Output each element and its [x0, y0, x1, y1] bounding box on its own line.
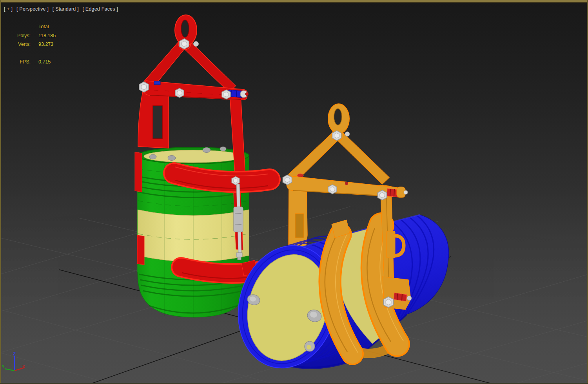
red-lifter-leg-window	[153, 106, 162, 139]
stats-fps-value: 0,715	[38, 59, 51, 65]
stats-total-header: Total	[38, 24, 49, 29]
statistics-overlay: Total Polys: 118.185 Verts: 93.273 FPS: …	[8, 0, 74, 78]
stats-fps-label: FPS:	[8, 59, 31, 65]
stats-polys-label: Polys:	[8, 33, 31, 38]
axis-y-label: Y	[2, 364, 5, 370]
viewport-3d-canvas[interactable]: Z X Y	[0, 0, 588, 384]
stats-verts-label: Verts:	[8, 42, 31, 47]
viewport-style-menu[interactable]: [ Edged Faces ]	[83, 6, 118, 12]
max-viewport[interactable]: Z X Y [ + ] [ Perspective ] [ Standard ]…	[0, 0, 588, 384]
axis-x-label: X	[22, 364, 25, 370]
stats-polys-value: 118.185	[38, 33, 56, 38]
stats-verts-value: 93.273	[38, 42, 53, 47]
orange-lifter-lower-pivot	[383, 277, 412, 310]
axis-z-label: Z	[13, 351, 16, 357]
red-lifter-blue-pin	[228, 90, 249, 98]
green-drum-lid	[144, 150, 243, 163]
